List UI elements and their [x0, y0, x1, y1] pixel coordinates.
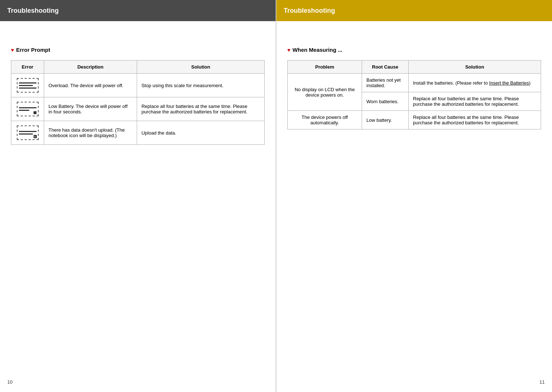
left-content: ♥ Error Prompt Error Description Solutio… — [0, 21, 276, 392]
table-row: Low Battery. The device will power off i… — [11, 97, 265, 121]
upload-solution: Upload the data. — [137, 121, 264, 145]
left-section-label: Error Prompt — [16, 47, 50, 53]
table-row: The device powers off automatically. Low… — [288, 111, 541, 129]
right-section-label: When Measuring ... — [292, 47, 342, 53]
overload-icon-cell — [11, 74, 44, 97]
lcd-line-2 — [19, 85, 33, 86]
lcd-line-3 — [19, 88, 36, 89]
error-col-header: Error — [11, 61, 44, 74]
lowbatt-icon — [17, 102, 39, 116]
lowbatt-description: Low Battery. The device will power off i… — [44, 97, 137, 121]
rootcause-col-header: Root Cause — [362, 61, 409, 74]
left-page: Troubleshooting ♥ Error Prompt Error Des… — [0, 0, 276, 392]
right-title: Troubleshooting — [284, 7, 335, 15]
low-battery-cause: Low battery. — [362, 111, 409, 129]
table-row: Overload. The device will power off. Sto… — [11, 74, 265, 97]
description-col-header: Description — [44, 61, 137, 74]
solution-col-header: Solution — [137, 61, 264, 74]
lcd-line-u1 — [19, 131, 36, 132]
right-content: ♥ When Measuring ... Problem Root Cause … — [276, 21, 552, 392]
notebook-icon: a — [34, 135, 37, 138]
right-header: Troubleshooting — [276, 0, 552, 21]
heart-icon-right: ♥ — [287, 47, 290, 53]
right-page-num: 11 — [540, 379, 545, 385]
solution-col-header-r: Solution — [408, 61, 541, 74]
overload-description: Overload. The device will power off. — [44, 74, 137, 97]
problem-col-header: Problem — [288, 61, 362, 74]
right-section-title: ♥ When Measuring ... — [287, 47, 541, 53]
lcd-line-b2 — [19, 110, 30, 111]
lowbatt-solution: Replace all four batteries at the same t… — [137, 97, 264, 121]
left-header: Troubleshooting — [0, 0, 276, 21]
worn-batteries-cause: Worn batteries. — [362, 92, 409, 111]
heart-icon-left: ♥ — [11, 47, 14, 53]
batteries-not-installed-cause: Batteries not yet installed. — [362, 74, 409, 92]
batteries-link: Insert the Batteries — [489, 80, 529, 86]
lcd-line-1 — [19, 82, 36, 84]
upload-icon-cell: a — [11, 121, 44, 145]
overload-lines — [18, 81, 38, 90]
overload-icon — [17, 78, 39, 93]
no-display-problem: No display on LCD when the device powers… — [288, 74, 362, 111]
upload-description: There has data doesn't upload. (The note… — [44, 121, 137, 145]
battery-icon — [34, 111, 36, 114]
left-section-title: ♥ Error Prompt — [11, 47, 265, 53]
table-row: No display on LCD when the device powers… — [288, 74, 541, 92]
measuring-table: Problem Root Cause Solution No display o… — [287, 60, 541, 129]
worn-batteries-solution: Replace all four batteries at the same t… — [408, 92, 541, 111]
table-row: a There has data doesn't upload. (The no… — [11, 121, 265, 145]
lowbatt-icon-cell — [11, 97, 44, 121]
batteries-not-installed-solution: Install the batteries. (Please refer to … — [408, 74, 541, 92]
overload-solution: Stop using this scale for measurement. — [137, 74, 264, 97]
powers-off-problem: The device powers off automatically. — [288, 111, 362, 129]
left-page-num: 10 — [7, 379, 12, 385]
lcd-line-b1 — [19, 107, 36, 108]
upload-icon: a — [17, 125, 39, 140]
low-battery-solution: Replace all four batteries at the same t… — [408, 111, 541, 129]
right-page: Troubleshooting ♥ When Measuring ... Pro… — [276, 0, 552, 392]
left-title: Troubleshooting — [7, 7, 59, 15]
error-table: Error Description Solution — [11, 60, 265, 145]
lcd-line-u2 — [19, 133, 33, 135]
